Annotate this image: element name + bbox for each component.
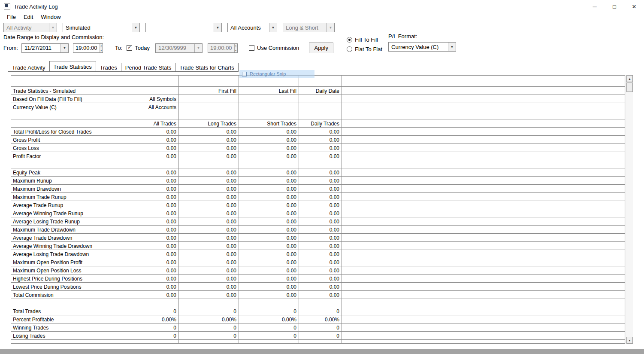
fill-to-fill-option[interactable]: Fill To Fill [347,37,382,43]
chevron-down-icon[interactable]: ▼ [448,43,456,51]
row-label-cell: Maximum Open Position Loss [11,266,119,275]
value-cell: 0.00 [179,193,239,201]
flat-to-flat-option[interactable]: Flat To Flat [347,46,382,52]
row-label-cell: Average Winning Trade Drawdown [11,242,119,250]
filler-cell [342,250,625,258]
filler-cell [342,119,625,128]
table-row: Maximum Runup0.000.000.000.00 [11,177,625,185]
row-label-cell: Currency Value (C) [11,103,119,111]
table-row: Maximum Drawdown0.000.000.000.00 [11,185,625,193]
value-cell: 0.00 [299,185,342,193]
value-cell: 0.00 [239,128,299,136]
value-cell: 0.00 [119,136,179,144]
to-label: To: [115,45,122,51]
row-label-cell: Maximum Runup [11,177,119,185]
tab-trade-stats-for-charts[interactable]: Trade Stats for Charts [175,63,238,72]
spin-down-icon[interactable]: ▼ [100,48,103,52]
close-button[interactable]: ✕ [624,0,644,13]
chevron-down-icon[interactable]: ▼ [269,23,277,32]
chevron-down-icon[interactable]: ▼ [60,44,68,52]
table-row: Profit Factor0.000.000.000.00 [11,152,625,160]
table-row: Total Trades0000 [11,307,625,315]
scroll-down-icon[interactable]: ▼ [626,337,633,344]
vertical-scrollbar[interactable]: ▲ ▼ [626,75,633,344]
pl-format-combo[interactable]: Currency Value (C) ▼ [388,42,456,52]
value-cell: 0.00 [179,168,239,177]
filler-cell [342,193,625,201]
snip-label: Rectangular Snip [250,71,286,76]
activity-filter-value: All Activity [4,23,49,32]
accounts-value: All Accounts [228,23,269,32]
value-cell [299,103,342,111]
filter-toolbar: All Activity ▼ Simulated ▼ ▼ All Account… [0,22,644,33]
value-cell: 0.00 [179,226,239,234]
value-cell: 0.00 [119,201,179,209]
today-checkbox[interactable]: ✓ [127,45,132,51]
menu-edit[interactable]: Edit [20,13,37,21]
value-cell [179,340,239,344]
value-cell [299,340,342,344]
row-label-cell: Equity Peak [11,168,119,177]
menu-file[interactable]: File [3,13,20,21]
value-cell: 0.00 [179,136,239,144]
menu-window[interactable]: Window [37,13,64,21]
value-cell: 0 [119,307,179,315]
value-cell: 0.00 [179,283,239,291]
row-label-cell [11,76,119,87]
from-date-picker[interactable]: 11/27/2011 ▼ [21,43,69,53]
value-cell [119,87,179,95]
value-cell [119,111,179,119]
chevron-down-icon[interactable]: ▼ [132,23,139,32]
spinner-buttons: ▲ ▼ [100,44,103,52]
row-label-cell [11,299,119,307]
tab-trades[interactable]: Trades [96,63,121,72]
from-time-spinner[interactable]: 19:00:00 ▲ ▼ [73,43,103,53]
filler-cell [342,266,625,275]
filler-cell [342,299,625,307]
spin-up-icon[interactable]: ▲ [100,44,103,48]
tab-trade-activity[interactable]: Trade Activity [8,63,50,72]
value-cell: 0.00% [239,315,299,323]
scrollbar-thumb[interactable] [626,82,633,92]
spinner-buttons: ▲ ▼ [234,44,237,52]
filler-cell [342,283,625,291]
row-label-cell [11,160,119,168]
value-cell: 0.00 [179,242,239,250]
radio-selected-icon[interactable] [347,37,352,43]
row-label-cell: Profit Factor [11,152,119,160]
mode-combo[interactable]: Simulated ▼ [63,23,140,32]
row-label-cell: Average Losing Trade Runup [11,217,119,226]
table-row: Equity Peak0.000.000.000.00 [11,168,625,177]
value-cell: 0.00 [179,217,239,226]
table-row: Average Losing Trade Drawdown0.000.000.0… [11,250,625,258]
chevron-down-icon[interactable]: ▼ [214,23,221,32]
table-row: Average Winning Trade Drawdown0.000.000.… [11,242,625,250]
value-cell: 0.00 [179,266,239,275]
filler-cell [342,242,625,250]
tab-period-trade-stats[interactable]: Period Trade Stats [121,63,176,72]
symbol-combo[interactable]: ▼ [145,23,222,32]
stats-table: Trade Statistics - SimulatedFirst FillLa… [11,75,625,344]
minimize-button[interactable]: ─ [585,0,605,13]
accounts-combo[interactable]: All Accounts ▼ [227,23,277,32]
apply-button[interactable]: Apply [309,43,333,53]
filler-cell [342,323,625,332]
table-row: Trade Statistics - SimulatedFirst FillLa… [11,87,625,95]
table-row: Maximum Trade Runup0.000.000.000.00 [11,193,625,201]
table-row [11,340,625,344]
tab-trade-statistics[interactable]: Trade Statistics [49,61,96,72]
value-cell: 0.00 [239,226,299,234]
value-cell: 0.00 [299,136,342,144]
scroll-up-icon[interactable]: ▲ [626,75,633,82]
table-row: Average Winning Trade Runup0.000.000.000… [11,209,625,217]
value-cell [299,299,342,307]
value-cell: 0 [239,332,299,340]
direction-value: Long & Short [283,23,327,32]
value-cell: 0.00 [119,291,179,299]
radio-icon[interactable] [347,46,352,52]
use-commission-checkbox[interactable] [249,45,254,51]
mode-value: Simulated [63,23,132,32]
value-cell: Short Trades [239,119,299,128]
row-label-cell: Total Commission [11,291,119,299]
maximize-button[interactable]: □ [605,0,624,13]
